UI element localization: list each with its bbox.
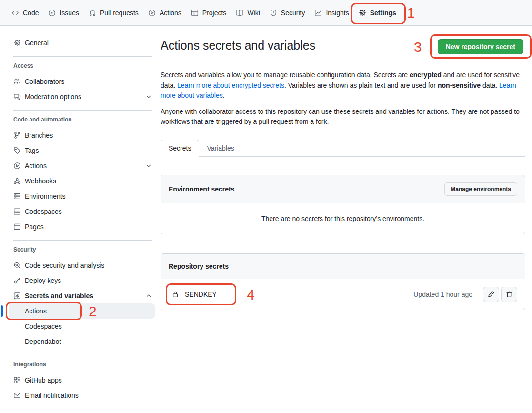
annotation-number-3: 3: [414, 40, 422, 54]
text-segment: .: [223, 91, 225, 99]
nav-tab-label: Pull requests: [100, 9, 139, 17]
new-secret-button-wrap: 3 New repository secret: [438, 39, 523, 54]
sidebar-subitem-codespaces-secrets[interactable]: Codespaces: [13, 319, 152, 334]
manage-environments-button[interactable]: Manage environments: [444, 182, 517, 196]
nav-tab-security[interactable]: Security: [265, 0, 310, 25]
active-item-bar: [1, 305, 3, 317]
sidebar-item-label: Collaborators: [25, 78, 64, 85]
edit-secret-button[interactable]: [483, 287, 499, 302]
nav-tab-projects[interactable]: Projects: [186, 0, 231, 25]
chevron-up-icon: [145, 292, 152, 300]
sidebar-subitem-actions-secrets[interactable]: Actions 2: [9, 303, 155, 319]
nav-tab-label: Settings: [370, 9, 396, 17]
nav-tab-pull-requests[interactable]: Pull requests: [84, 0, 143, 25]
text-segment: Secrets and variables allow you to manag…: [161, 71, 410, 79]
browser-icon: [13, 223, 21, 231]
discussion-icon: [13, 93, 21, 101]
nav-tab-issues[interactable]: Issues: [43, 0, 83, 25]
sidebar-item-email-notifications[interactable]: Email notifications: [13, 388, 152, 403]
secret-updated-text: Updated 1 hour ago: [413, 291, 472, 298]
code-icon: [11, 9, 19, 17]
repo-tab-nav: Code Issues Pull requests Actions Projec…: [0, 0, 532, 26]
mail-icon: [13, 392, 21, 399]
collaborator-paragraph: Anyone with collaborator access to this …: [161, 107, 525, 127]
intro-paragraph: Secrets and variables allow you to manag…: [161, 70, 525, 101]
sidebar-item-general[interactable]: General: [13, 35, 152, 50]
text-bold-encrypted: encrypted: [410, 71, 442, 79]
nav-tab-actions[interactable]: Actions: [143, 0, 186, 25]
annotation-number-2: 2: [89, 304, 97, 319]
text-segment: data.: [481, 81, 499, 89]
link-encrypted-secrets[interactable]: Learn more about encrypted secrets: [177, 81, 284, 89]
sidebar-section-security: Security: [13, 246, 152, 253]
environment-secrets-empty-text: There are no secrets for this repository…: [161, 203, 525, 234]
sidebar-item-environments[interactable]: Environments: [13, 189, 152, 204]
delete-secret-button[interactable]: [501, 287, 517, 302]
page-header: Actions secrets and variables 3 New repo…: [161, 38, 525, 62]
sidebar-subitem-dependabot-secrets[interactable]: Dependabot: [13, 334, 152, 349]
tab-label: Secrets: [169, 144, 191, 152]
text-bold-non-sensitive: non-sensitive: [438, 81, 481, 89]
sidebar-item-moderation-options[interactable]: Moderation options: [13, 89, 152, 104]
trash-icon: [505, 291, 513, 298]
sidebar-item-actions[interactable]: Actions: [13, 158, 152, 173]
sidebar-item-label: Actions: [25, 162, 47, 170]
gear-icon: [359, 9, 366, 17]
pencil-icon: [487, 291, 495, 298]
nav-tab-insights[interactable]: Insights: [310, 0, 353, 25]
sidebar-item-code-security[interactable]: Code security and analysis: [13, 258, 152, 273]
sidebar-item-webhooks[interactable]: Webhooks: [13, 173, 152, 189]
repository-secrets-title: Repository secrets: [169, 262, 229, 270]
main-content: Actions secrets and variables 3 New repo…: [153, 26, 532, 403]
sidebar-item-secrets-and-variables[interactable]: Secrets and variables: [13, 288, 152, 303]
environment-secrets-title: Environment secrets: [169, 185, 235, 193]
sidebar-item-label: Webhooks: [25, 177, 56, 185]
nav-tab-code[interactable]: Code: [7, 0, 43, 25]
sidebar-item-github-apps[interactable]: GitHub apps: [13, 373, 152, 388]
sidebar-item-label: Branches: [25, 131, 53, 139]
settings-sidebar: General Access Collaborators Moderation …: [0, 26, 153, 403]
table-icon: [191, 9, 199, 17]
sidebar-item-label: Environments: [25, 192, 66, 200]
sidebar-item-label: Moderation options: [25, 93, 81, 101]
page-title: Actions secrets and variables: [161, 38, 315, 52]
key-icon: [13, 277, 21, 284]
sidebar-item-codespaces[interactable]: Codespaces: [13, 204, 152, 219]
apps-icon: [13, 376, 21, 384]
secrets-variables-tabnav: Secrets Variables: [161, 140, 525, 157]
nav-tab-label: Actions: [160, 9, 181, 17]
text-segment: . Variables are shown as plain text and …: [284, 81, 438, 89]
repository-secrets-box: Repository secrets SENDKEY 4 Updated 1 h…: [161, 253, 525, 310]
sidebar-item-deploy-keys[interactable]: Deploy keys: [13, 273, 152, 288]
chevron-down-icon: [145, 93, 152, 101]
tab-secrets[interactable]: Secrets: [161, 140, 199, 157]
nav-tab-label: Projects: [202, 9, 227, 17]
secret-name: SENDKEY: [185, 291, 217, 298]
sidebar-item-label: Dependabot: [25, 338, 61, 345]
nav-tab-settings[interactable]: Settings: [354, 0, 401, 25]
codescan-icon: [13, 262, 21, 269]
sidebar-divider: [13, 110, 152, 111]
sidebar-item-label: Codespaces: [25, 322, 62, 330]
sidebar-item-pages[interactable]: Pages: [13, 219, 152, 234]
nav-tab-wiki[interactable]: Wiki: [231, 0, 264, 25]
play-icon: [13, 162, 21, 170]
new-repository-secret-button[interactable]: New repository secret: [438, 39, 523, 54]
sidebar-item-collaborators[interactable]: Collaborators: [13, 74, 152, 89]
environment-secrets-box: Environment secrets Manage environments …: [161, 175, 525, 234]
sidebar-section-integrations: Integrations: [13, 361, 152, 368]
sidebar-item-branches[interactable]: Branches: [13, 128, 152, 143]
sidebar-item-label: Pages: [25, 223, 44, 231]
sidebar-item-label: Email notifications: [25, 392, 79, 399]
active-tab-underline: [359, 23, 395, 24]
lock-icon: [171, 291, 179, 298]
tab-variables[interactable]: Variables: [199, 140, 241, 156]
nav-tab-label: Security: [281, 9, 305, 17]
sidebar-item-label: Codespaces: [25, 208, 62, 215]
sidebar-divider: [13, 240, 152, 241]
nav-tab-label: Issues: [60, 9, 79, 17]
sidebar-section-code-automation: Code and automation: [13, 116, 152, 123]
repository-secrets-header: Repository secrets: [161, 254, 525, 279]
sidebar-item-tags[interactable]: Tags: [13, 143, 152, 158]
sidebar-item-label: Deploy keys: [25, 277, 61, 284]
